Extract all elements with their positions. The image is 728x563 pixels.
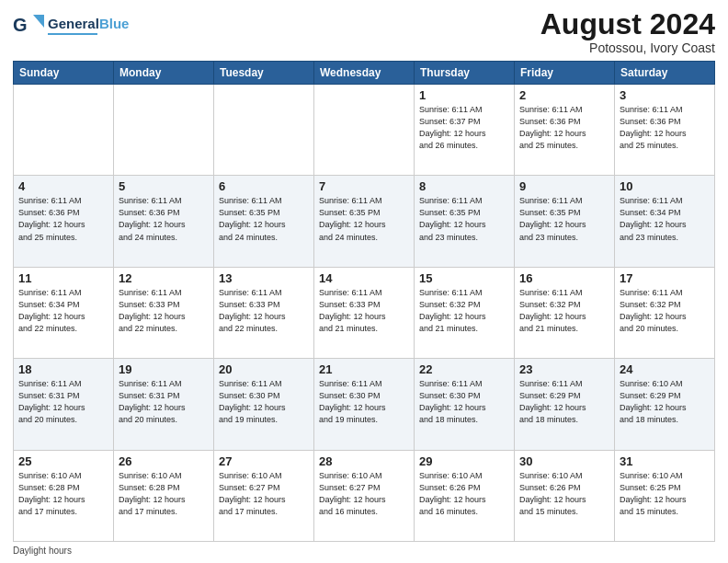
day-info: Sunrise: 6:11 AM Sunset: 6:32 PM Dayligh…: [419, 287, 509, 335]
day-number: 13: [219, 271, 309, 285]
day-info: Sunrise: 6:11 AM Sunset: 6:32 PM Dayligh…: [519, 287, 609, 335]
day-cell-23: 23Sunrise: 6:11 AM Sunset: 6:29 PM Dayli…: [515, 359, 615, 450]
day-number: 21: [319, 362, 409, 376]
day-number: 11: [18, 271, 108, 285]
day-info: Sunrise: 6:10 AM Sunset: 6:25 PM Dayligh…: [620, 470, 710, 518]
location: Potossou, Ivory Coast: [540, 40, 715, 55]
day-cell-21: 21Sunrise: 6:11 AM Sunset: 6:30 PM Dayli…: [314, 359, 415, 450]
day-number: 30: [519, 454, 609, 468]
day-cell-13: 13Sunrise: 6:11 AM Sunset: 6:33 PM Dayli…: [214, 267, 314, 358]
day-cell-22: 22Sunrise: 6:11 AM Sunset: 6:30 PM Dayli…: [415, 359, 515, 450]
week-row-1: 1Sunrise: 6:11 AM Sunset: 6:37 PM Daylig…: [14, 85, 715, 176]
day-info: Sunrise: 6:11 AM Sunset: 6:30 PM Dayligh…: [419, 378, 509, 426]
day-cell-17: 17Sunrise: 6:11 AM Sunset: 6:32 PM Dayli…: [615, 267, 715, 358]
day-number: 27: [219, 454, 309, 468]
day-cell-10: 10Sunrise: 6:11 AM Sunset: 6:34 PM Dayli…: [615, 176, 715, 267]
day-cell-11: 11Sunrise: 6:11 AM Sunset: 6:34 PM Dayli…: [14, 267, 114, 358]
day-number: 28: [319, 454, 409, 468]
calendar-table: SundayMondayTuesdayWednesdayThursdayFrid…: [13, 61, 715, 542]
month-year: August 2024: [540, 9, 715, 39]
day-info: Sunrise: 6:11 AM Sunset: 6:36 PM Dayligh…: [18, 195, 108, 243]
day-info: Sunrise: 6:11 AM Sunset: 6:35 PM Dayligh…: [319, 195, 409, 243]
day-cell-26: 26Sunrise: 6:10 AM Sunset: 6:28 PM Dayli…: [114, 450, 214, 541]
weekday-saturday: Saturday: [615, 62, 715, 85]
day-info: Sunrise: 6:10 AM Sunset: 6:29 PM Dayligh…: [620, 378, 710, 426]
day-info: Sunrise: 6:11 AM Sunset: 6:34 PM Dayligh…: [620, 195, 710, 243]
day-number: 4: [18, 179, 108, 193]
day-info: Sunrise: 6:11 AM Sunset: 6:35 PM Dayligh…: [519, 195, 609, 243]
day-cell-3: 3Sunrise: 6:11 AM Sunset: 6:36 PM Daylig…: [615, 85, 715, 176]
day-cell-8: 8Sunrise: 6:11 AM Sunset: 6:35 PM Daylig…: [415, 176, 515, 267]
week-row-3: 11Sunrise: 6:11 AM Sunset: 6:34 PM Dayli…: [14, 267, 715, 358]
empty-cell: [114, 85, 214, 176]
day-info: Sunrise: 6:10 AM Sunset: 6:27 PM Dayligh…: [219, 470, 309, 518]
day-number: 8: [419, 179, 509, 193]
day-number: 24: [620, 362, 710, 376]
day-info: Sunrise: 6:11 AM Sunset: 6:34 PM Dayligh…: [18, 287, 108, 335]
day-info: Sunrise: 6:11 AM Sunset: 6:33 PM Dayligh…: [119, 287, 209, 335]
week-row-5: 25Sunrise: 6:10 AM Sunset: 6:28 PM Dayli…: [14, 450, 715, 541]
weekday-sunday: Sunday: [14, 62, 114, 85]
title-area: August 2024 Potossou, Ivory Coast: [540, 9, 715, 55]
weekday-tuesday: Tuesday: [214, 62, 314, 85]
day-number: 10: [620, 179, 710, 193]
day-cell-14: 14Sunrise: 6:11 AM Sunset: 6:33 PM Dayli…: [314, 267, 415, 358]
empty-cell: [14, 85, 114, 176]
day-info: Sunrise: 6:11 AM Sunset: 6:33 PM Dayligh…: [219, 287, 309, 335]
day-cell-27: 27Sunrise: 6:10 AM Sunset: 6:27 PM Dayli…: [214, 450, 314, 541]
day-number: 26: [119, 454, 209, 468]
day-info: Sunrise: 6:11 AM Sunset: 6:32 PM Dayligh…: [620, 287, 710, 335]
day-info: Sunrise: 6:11 AM Sunset: 6:36 PM Dayligh…: [519, 104, 609, 152]
day-cell-2: 2Sunrise: 6:11 AM Sunset: 6:36 PM Daylig…: [515, 85, 615, 176]
day-number: 5: [119, 179, 209, 193]
logo-icon: G: [13, 9, 46, 42]
day-cell-18: 18Sunrise: 6:11 AM Sunset: 6:31 PM Dayli…: [14, 359, 114, 450]
weekday-friday: Friday: [515, 62, 615, 85]
logo-text: GeneralBlue: [48, 17, 129, 32]
day-number: 15: [419, 271, 509, 285]
day-cell-5: 5Sunrise: 6:11 AM Sunset: 6:36 PM Daylig…: [114, 176, 214, 267]
day-info: Sunrise: 6:10 AM Sunset: 6:26 PM Dayligh…: [419, 470, 509, 518]
logo: G GeneralBlue: [13, 9, 129, 42]
day-number: 3: [620, 88, 710, 102]
day-number: 29: [419, 454, 509, 468]
day-cell-31: 31Sunrise: 6:10 AM Sunset: 6:25 PM Dayli…: [615, 450, 715, 541]
day-number: 22: [419, 362, 509, 376]
day-info: Sunrise: 6:11 AM Sunset: 6:30 PM Dayligh…: [219, 378, 309, 426]
weekday-thursday: Thursday: [415, 62, 515, 85]
day-info: Sunrise: 6:10 AM Sunset: 6:26 PM Dayligh…: [519, 470, 609, 518]
day-cell-28: 28Sunrise: 6:10 AM Sunset: 6:27 PM Dayli…: [314, 450, 415, 541]
weekday-header-row: SundayMondayTuesdayWednesdayThursdayFrid…: [14, 62, 715, 85]
day-cell-20: 20Sunrise: 6:11 AM Sunset: 6:30 PM Dayli…: [214, 359, 314, 450]
day-info: Sunrise: 6:11 AM Sunset: 6:36 PM Dayligh…: [119, 195, 209, 243]
daylight-label: Daylight hours: [13, 546, 72, 556]
day-cell-25: 25Sunrise: 6:10 AM Sunset: 6:28 PM Dayli…: [14, 450, 114, 541]
day-number: 23: [519, 362, 609, 376]
day-cell-15: 15Sunrise: 6:11 AM Sunset: 6:32 PM Dayli…: [415, 267, 515, 358]
day-number: 14: [319, 271, 409, 285]
day-number: 7: [319, 179, 409, 193]
day-info: Sunrise: 6:11 AM Sunset: 6:36 PM Dayligh…: [620, 104, 710, 152]
day-cell-6: 6Sunrise: 6:11 AM Sunset: 6:35 PM Daylig…: [214, 176, 314, 267]
svg-marker-2: [33, 15, 44, 28]
day-info: Sunrise: 6:11 AM Sunset: 6:35 PM Dayligh…: [219, 195, 309, 243]
day-number: 16: [519, 271, 609, 285]
day-number: 1: [419, 88, 509, 102]
day-info: Sunrise: 6:10 AM Sunset: 6:28 PM Dayligh…: [18, 470, 108, 518]
day-info: Sunrise: 6:11 AM Sunset: 6:33 PM Dayligh…: [319, 287, 409, 335]
day-cell-1: 1Sunrise: 6:11 AM Sunset: 6:37 PM Daylig…: [415, 85, 515, 176]
svg-text:G: G: [13, 15, 28, 35]
day-number: 6: [219, 179, 309, 193]
page: G GeneralBlue August 2024 Potossou, Ivor…: [0, 0, 728, 563]
day-info: Sunrise: 6:11 AM Sunset: 6:30 PM Dayligh…: [319, 378, 409, 426]
day-number: 17: [620, 271, 710, 285]
day-cell-4: 4Sunrise: 6:11 AM Sunset: 6:36 PM Daylig…: [14, 176, 114, 267]
empty-cell: [214, 85, 314, 176]
day-cell-16: 16Sunrise: 6:11 AM Sunset: 6:32 PM Dayli…: [515, 267, 615, 358]
header: G GeneralBlue August 2024 Potossou, Ivor…: [13, 9, 715, 55]
day-number: 19: [119, 362, 209, 376]
day-number: 9: [519, 179, 609, 193]
week-row-4: 18Sunrise: 6:11 AM Sunset: 6:31 PM Dayli…: [14, 359, 715, 450]
day-info: Sunrise: 6:10 AM Sunset: 6:27 PM Dayligh…: [319, 470, 409, 518]
day-number: 20: [219, 362, 309, 376]
